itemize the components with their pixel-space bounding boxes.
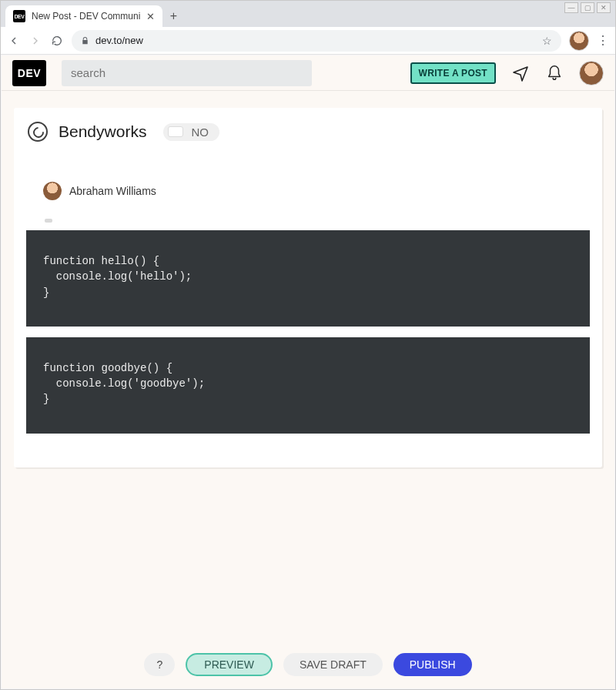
browser-url-text: dev.to/new <box>95 35 143 46</box>
author-row: Abraham Williams <box>14 142 602 200</box>
code-block-2: function goodbye() { console.log('goodby… <box>26 337 590 434</box>
window-controls: — ▢ ✕ <box>564 2 611 13</box>
window-maximize-button[interactable]: ▢ <box>581 2 594 13</box>
code-block-1: function hello() { console.log('hello');… <box>26 230 590 327</box>
browser-address-bar: dev.to/new ☆ ⋮ <box>1 27 615 55</box>
publish-button[interactable]: PUBLISH <box>393 653 472 676</box>
save-draft-button[interactable]: SAVE DRAFT <box>283 653 383 676</box>
organization-row: Bendyworks NO <box>14 122 602 142</box>
editor-card: Bendyworks NO Abraham Williams function … <box>14 108 602 467</box>
author-name: Abraham Williams <box>69 185 156 197</box>
site-header: DEV WRITE A POST <box>2 55 614 91</box>
tab-close-icon[interactable]: ✕ <box>146 11 155 22</box>
organization-name: Bendyworks <box>59 122 146 141</box>
browser-tab-title: New Post - DEV Communi <box>32 11 140 22</box>
author-avatar-icon <box>43 182 62 200</box>
bookmark-star-icon[interactable]: ☆ <box>542 35 552 47</box>
browser-profile-avatar[interactable] <box>569 31 589 51</box>
preview-button[interactable]: PREVIEW <box>186 653 273 676</box>
page-body: DEV WRITE A POST Bendyworks <box>2 55 614 688</box>
nav-forward-button[interactable] <box>28 34 42 48</box>
browser-window: — ▢ ✕ DEV New Post - DEV Communi ✕ + dev… <box>0 0 616 690</box>
notifications-icon[interactable] <box>545 64 564 82</box>
help-button[interactable]: ? <box>144 653 175 676</box>
dev-favicon-icon: DEV <box>13 10 25 22</box>
browser-tab-active[interactable]: DEV New Post - DEV Communi ✕ <box>5 5 162 27</box>
nav-back-button[interactable] <box>7 34 21 48</box>
toggle-knob <box>168 126 183 137</box>
lock-icon <box>81 36 89 45</box>
window-close-button[interactable]: ✕ <box>597 2 611 13</box>
browser-omnibox[interactable]: dev.to/new ☆ <box>72 30 561 52</box>
post-under-org-toggle[interactable]: NO <box>163 123 219 141</box>
new-tab-button[interactable]: + <box>162 5 184 27</box>
tags-placeholder[interactable] <box>45 219 52 223</box>
browser-menu-icon[interactable]: ⋮ <box>597 33 609 48</box>
toggle-label: NO <box>191 126 209 139</box>
organization-icon <box>28 122 48 142</box>
editor-footer-toolbar: ? PREVIEW SAVE DRAFT PUBLISH <box>2 653 614 676</box>
nav-reload-button[interactable] <box>50 34 64 48</box>
connect-icon[interactable] <box>511 64 530 82</box>
write-post-button[interactable]: WRITE A POST <box>410 62 496 84</box>
browser-tab-strip: DEV New Post - DEV Communi ✕ + <box>1 1 615 27</box>
user-avatar[interactable] <box>579 61 604 85</box>
editor-stage: Bendyworks NO Abraham Williams function … <box>2 91 614 688</box>
site-search <box>62 60 312 86</box>
search-input[interactable] <box>62 60 312 86</box>
window-minimize-button[interactable]: — <box>564 2 578 13</box>
dev-logo[interactable]: DEV <box>12 60 46 86</box>
